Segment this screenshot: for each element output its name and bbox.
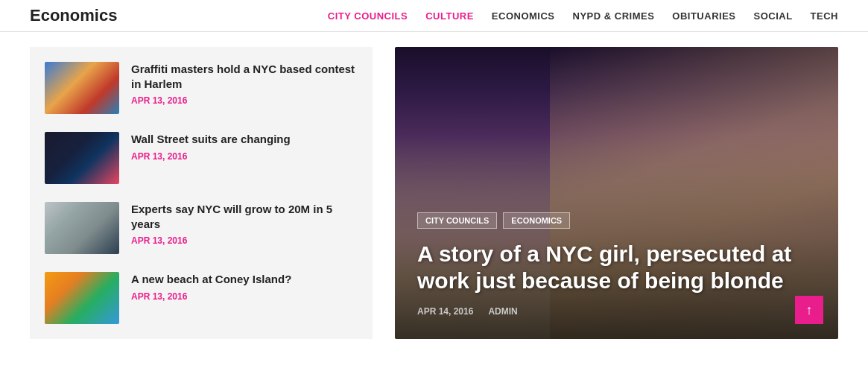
page-title: Economics	[30, 6, 117, 25]
featured-meta: APR 14, 2016 ADMIN	[417, 306, 816, 317]
article-thumbnail	[45, 62, 119, 114]
nav-item-city-councils[interactable]: CITY COUNCILS	[328, 10, 408, 22]
nav-item-economics[interactable]: ECONOMICS	[492, 10, 555, 22]
featured-content: CITY COUNCILS ECONOMICS A story of a NYC…	[395, 190, 838, 339]
article-thumbnail	[45, 272, 119, 324]
article-title: Wall Street suits are changing	[131, 132, 358, 147]
article-title: Experts say NYC will grow to 20M in 5 ye…	[131, 202, 358, 231]
featured-article[interactable]: CITY COUNCILS ECONOMICS A story of a NYC…	[395, 47, 838, 339]
article-thumbnail	[45, 132, 119, 184]
article-info: A new beach at Coney Island? APR 13, 201…	[131, 272, 358, 302]
featured-tags: CITY COUNCILS ECONOMICS	[417, 212, 816, 229]
nav-item-tech[interactable]: TECH	[811, 10, 838, 22]
list-item[interactable]: Experts say NYC will grow to 20M in 5 ye…	[45, 202, 358, 254]
list-item[interactable]: Graffiti masters hold a NYC based contes…	[45, 62, 358, 114]
header: Economics CITY COUNCILS CULTURE ECONOMIC…	[0, 0, 868, 32]
article-title: Graffiti masters hold a NYC based contes…	[131, 62, 358, 91]
featured-author: ADMIN	[488, 306, 517, 317]
article-info: Graffiti masters hold a NYC based contes…	[131, 62, 358, 106]
nav-item-social[interactable]: SOCIAL	[753, 10, 792, 22]
list-item[interactable]: A new beach at Coney Island? APR 13, 201…	[45, 272, 358, 324]
article-date: APR 13, 2016	[131, 95, 358, 106]
article-title: A new beach at Coney Island?	[131, 272, 358, 287]
article-date: APR 13, 2016	[131, 235, 358, 246]
article-info: Wall Street suits are changing APR 13, 2…	[131, 132, 358, 162]
featured-tag-economics[interactable]: ECONOMICS	[503, 212, 570, 229]
article-thumbnail	[45, 202, 119, 254]
nav-item-nypd[interactable]: NYPD & CRIMES	[573, 10, 655, 22]
featured-date: APR 14, 2016	[417, 306, 473, 317]
main-nav: CITY COUNCILS CULTURE ECONOMICS NYPD & C…	[328, 10, 838, 22]
article-info: Experts say NYC will grow to 20M in 5 ye…	[131, 202, 358, 246]
scroll-top-button[interactable]: ↑	[795, 296, 823, 324]
list-item[interactable]: Wall Street suits are changing APR 13, 2…	[45, 132, 358, 184]
article-date: APR 13, 2016	[131, 151, 358, 162]
nav-item-culture[interactable]: CULTURE	[425, 10, 474, 22]
article-date: APR 13, 2016	[131, 291, 358, 302]
featured-tag-city-councils[interactable]: CITY COUNCILS	[417, 212, 497, 229]
main-content: Graffiti masters hold a NYC based contes…	[0, 32, 868, 354]
article-list: Graffiti masters hold a NYC based contes…	[30, 47, 373, 339]
featured-title: A story of a NYC girl, persecuted at wor…	[417, 241, 816, 294]
nav-item-obituaries[interactable]: OBITUARIES	[672, 10, 735, 22]
